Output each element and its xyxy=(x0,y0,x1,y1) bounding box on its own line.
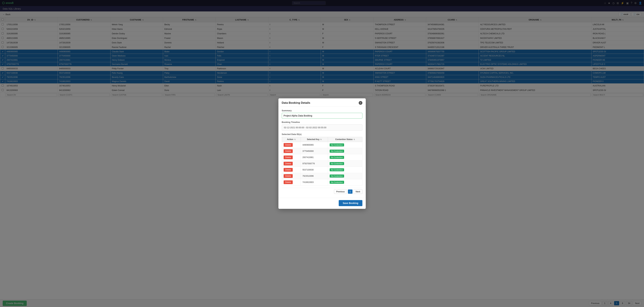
delete-button-0[interactable]: Delete xyxy=(284,143,293,147)
delete-button-6[interactable]: Delete xyxy=(284,180,293,184)
no-contention-badge: No Contention xyxy=(330,150,344,153)
inner-table-row: Delete 7416810003 No Contention xyxy=(282,179,362,185)
modal-close-button[interactable]: × xyxy=(359,101,362,105)
delete-button-4[interactable]: Delete xyxy=(284,168,293,172)
save-booking-button[interactable]: Save Booking xyxy=(339,200,362,206)
modal-header: Data Booking Details × xyxy=(278,98,366,107)
inner-cell-key: 97507000776 xyxy=(300,160,328,167)
inner-cell-action[interactable]: Delete xyxy=(282,154,300,160)
inner-cell-status: No Contention xyxy=(328,154,362,160)
no-contention-badge: No Contention xyxy=(330,162,344,165)
inner-pagination: Previous 1 Next xyxy=(282,188,362,195)
inner-cell-key: 7416810003 xyxy=(300,179,328,185)
inner-cell-status: No Contention xyxy=(328,160,362,167)
inner-cell-status: No Contention xyxy=(328,148,362,154)
inner-prev-button[interactable]: Previous xyxy=(334,189,347,194)
selected-ids-label: Selected Data ID(s) xyxy=(282,133,362,136)
inner-table-row: Delete 5537100030 No Contention xyxy=(282,167,362,173)
inner-sort-3: ⇅ xyxy=(354,139,355,140)
modal: Data Booking Details × Summary Booking T… xyxy=(278,98,366,209)
inner-cell-status: No Contention xyxy=(328,142,362,148)
inner-cell-status: No Contention xyxy=(328,167,362,173)
inner-cell-status: No Contention xyxy=(328,173,362,179)
inner-cell-action[interactable]: Delete xyxy=(282,167,300,173)
modal-footer: Save Booking xyxy=(278,198,366,209)
inner-table-row: Delete 2007410081 No Contention xyxy=(282,154,362,160)
inner-cell-key: 5537100030 xyxy=(300,167,328,173)
summary-label: Summary xyxy=(282,109,362,112)
inner-cell-status: No Contention xyxy=(328,179,362,185)
inner-sort-1: ⇅ xyxy=(294,139,296,140)
inner-cell-action[interactable]: Delete xyxy=(282,142,300,148)
inner-table-row: Delete 3775450000 No Contention xyxy=(282,148,362,154)
booking-timeline: 02-12-2021 00:00:00 - 02-02-2022 00:55:0… xyxy=(282,124,362,131)
modal-title: Data Booking Details xyxy=(282,101,310,105)
inner-table-row: Delete 97507000776 No Contention xyxy=(282,160,362,167)
delete-button-3[interactable]: Delete xyxy=(284,162,293,165)
modal-body: Summary Booking Timeline 02-12-2021 00:0… xyxy=(278,107,366,198)
inner-col-status: Contention Status ⇅ xyxy=(328,137,362,142)
inner-cell-action[interactable]: Delete xyxy=(282,173,300,179)
inner-cell-action[interactable]: Delete xyxy=(282,179,300,185)
inner-cell-action[interactable]: Delete xyxy=(282,160,300,167)
inner-cell-action[interactable]: Delete xyxy=(282,148,300,154)
no-contention-badge: No Contention xyxy=(330,174,344,178)
timeline-label: Booking Timeline xyxy=(282,121,362,123)
delete-button-1[interactable]: Delete xyxy=(284,149,293,153)
no-contention-badge: No Contention xyxy=(330,156,344,159)
inner-sort-2: ⇅ xyxy=(320,139,322,140)
inner-page-num: 1 xyxy=(348,189,352,194)
inner-table-row: Delete 4490900065 No Contention xyxy=(282,142,362,148)
modal-overlay[interactable]: Data Booking Details × Summary Booking T… xyxy=(0,0,644,306)
no-contention-badge: No Contention xyxy=(330,181,344,184)
inner-table-body: Delete 4490900065 No Contention Delete 3… xyxy=(282,142,362,185)
inner-table-header: Action ⇅ Selected Key ⇅ Contention Statu… xyxy=(282,137,362,142)
inner-cell-key: 4490900065 xyxy=(300,142,328,148)
inner-next-button[interactable]: Next xyxy=(354,189,362,194)
inner-col-key: Selected Key ⇅ xyxy=(300,137,328,142)
selected-ids-table: Action ⇅ Selected Key ⇅ Contention Statu… xyxy=(282,137,362,185)
inner-cell-key: 2007410081 xyxy=(300,154,328,160)
inner-cell-key: 3775450000 xyxy=(300,148,328,154)
inner-col-action: Action ⇅ xyxy=(282,137,300,142)
inner-cell-key: 7923510096 xyxy=(300,173,328,179)
delete-button-2[interactable]: Delete xyxy=(284,156,293,159)
summary-input[interactable] xyxy=(282,113,362,119)
no-contention-badge: No Contention xyxy=(330,168,344,171)
delete-button-5[interactable]: Delete xyxy=(284,174,293,178)
inner-table-row: Delete 7923510096 No Contention xyxy=(282,173,362,179)
no-contention-badge: No Contention xyxy=(330,143,344,146)
